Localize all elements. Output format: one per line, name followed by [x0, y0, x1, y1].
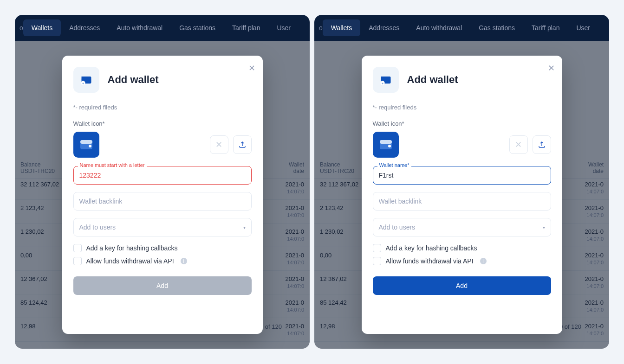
wallet-name-input[interactable] [373, 166, 551, 185]
navbar: o Wallets Addresses Auto withdrawal Gas … [15, 15, 310, 41]
wallet-add-icon: + [73, 67, 99, 93]
api-withdrawal-checkbox[interactable] [373, 257, 381, 265]
tab-auto-withdrawal[interactable]: Auto withdrawal [408, 19, 470, 36]
add-to-users-field: Add to users ▾ [373, 218, 551, 236]
upload-icon [238, 140, 247, 149]
hash-callbacks-checkbox[interactable] [373, 244, 381, 252]
tab-tariff-plan[interactable]: Tariff plan [224, 19, 268, 36]
close-icon[interactable]: ✕ [548, 63, 555, 73]
add-wallet-modal: ✕ + Add wallet *- required fileds Wallet… [62, 56, 263, 334]
modal-title: Add wallet [108, 74, 159, 86]
api-withdrawal-label: Allow funds withdrawal via API [386, 257, 474, 265]
wallet-backlink-input[interactable] [73, 192, 252, 211]
wallet-name-error-label: Name must start with a letter [78, 162, 147, 168]
svg-point-5 [89, 145, 91, 147]
tab-wallets[interactable]: Wallets [23, 19, 61, 36]
select-placeholder: Add to users [379, 224, 416, 231]
app-panel-left: o Wallets Addresses Auto withdrawal Gas … [15, 15, 310, 349]
svg-rect-10 [380, 140, 392, 144]
api-withdrawal-label: Allow funds withdrawal via API [86, 257, 174, 265]
nav-edge: o [319, 24, 323, 32]
wallet-name-field: Name must start with a letter [73, 166, 252, 185]
wallet-add-icon: + [373, 67, 399, 93]
wallet-icon-label: Wallet icon* [373, 120, 551, 127]
tab-wallets[interactable]: Wallets [323, 19, 360, 36]
svg-rect-4 [80, 140, 92, 144]
chevron-down-icon: ▾ [543, 225, 545, 230]
add-to-users-field: Add to users ▾ [73, 218, 252, 236]
tab-addresses[interactable]: Addresses [360, 19, 408, 36]
tab-auto-withdrawal[interactable]: Auto withdrawal [108, 19, 171, 36]
chevron-down-icon: ▾ [243, 225, 246, 230]
remove-icon-button[interactable]: ✕ [210, 135, 228, 154]
wallet-icon-preview[interactable] [373, 132, 399, 158]
wallet-backlink-field [73, 192, 252, 211]
add-to-users-select[interactable]: Add to users ▾ [373, 218, 551, 236]
svg-point-11 [388, 145, 391, 147]
modal-overlay: ✕ + Add wallet *- required fileds Wallet… [314, 41, 609, 349]
add-button[interactable]: Add [73, 276, 252, 295]
nav-edge: o [20, 24, 23, 32]
remove-icon-button[interactable]: ✕ [509, 135, 528, 154]
wallet-icon-label: Wallet icon* [73, 120, 252, 127]
navbar: o Wallets Addresses Auto withdrawal Gas … [314, 15, 609, 41]
tab-user[interactable]: User [268, 19, 299, 36]
required-note: *- required fileds [73, 104, 252, 111]
add-wallet-modal: ✕ + Add wallet *- required fileds Wallet… [362, 56, 562, 334]
wallet-name-input[interactable] [73, 166, 252, 185]
hash-callbacks-label: Add a key for hashing callbacks [86, 244, 178, 252]
x-icon: ✕ [215, 140, 222, 150]
tab-gas-stations[interactable]: Gas stations [171, 19, 224, 36]
wallet-backlink-input[interactable] [373, 192, 551, 211]
tab-tariff-plan[interactable]: Tariff plan [523, 19, 568, 36]
modal-title: Add wallet [407, 74, 458, 86]
wallet-backlink-field [373, 192, 551, 211]
svg-text:+: + [82, 82, 84, 85]
tab-addresses[interactable]: Addresses [61, 19, 108, 36]
svg-text:+: + [381, 82, 383, 85]
info-icon[interactable]: i [480, 258, 487, 264]
upload-icon [538, 140, 546, 149]
x-icon: ✕ [515, 140, 522, 150]
tab-gas-stations[interactable]: Gas stations [470, 19, 523, 36]
api-withdrawal-checkbox[interactable] [73, 257, 82, 265]
tab-user[interactable]: User [568, 19, 598, 36]
wallet-icon-preview[interactable] [73, 132, 99, 158]
select-placeholder: Add to users [79, 224, 116, 231]
hash-callbacks-label: Add a key for hashing callbacks [386, 244, 477, 252]
upload-icon-button[interactable] [533, 135, 551, 154]
app-panel-right: o Wallets Addresses Auto withdrawal Gas … [314, 15, 609, 349]
wallet-name-label: Wallet name* [377, 162, 411, 168]
modal-overlay: ✕ + Add wallet *- required fileds Wallet… [15, 41, 310, 349]
add-to-users-select[interactable]: Add to users ▾ [73, 218, 252, 236]
wallet-name-field: Wallet name* [373, 166, 551, 185]
required-note: *- required fileds [373, 104, 551, 111]
info-icon[interactable]: i [181, 258, 187, 264]
upload-icon-button[interactable] [233, 135, 252, 154]
close-icon[interactable]: ✕ [248, 63, 255, 73]
hash-callbacks-checkbox[interactable] [73, 244, 82, 252]
add-button[interactable]: Add [373, 276, 551, 295]
